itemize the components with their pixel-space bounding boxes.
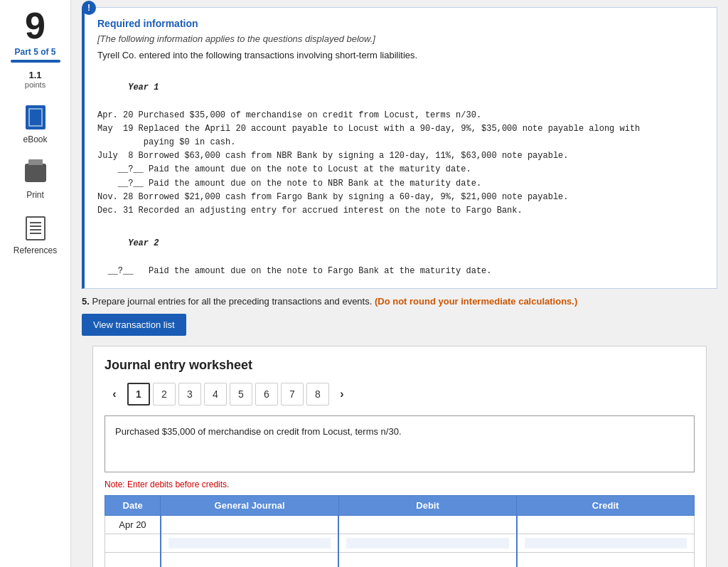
question-number-label: 5. <box>82 296 90 307</box>
note-text: Note: Enter debits before credits. <box>105 479 695 489</box>
info-year2-label: Year 2 <box>97 223 704 265</box>
page-btn-5[interactable]: 5 <box>230 383 252 406</box>
points-value: 1.1 <box>28 70 41 80</box>
points-sublabel: points <box>25 80 46 89</box>
debit-input-2[interactable] <box>338 534 516 552</box>
date-cell-3 <box>105 552 161 567</box>
debit-field-2[interactable] <box>346 538 508 549</box>
sidebar-item-print[interactable]: Print <box>21 159 50 200</box>
ebook-icon-box <box>21 103 50 132</box>
page-btn-3[interactable]: 3 <box>178 383 201 406</box>
journal-field-2[interactable] <box>168 538 331 549</box>
part-label: Part 5 of 5 <box>14 47 55 57</box>
references-label: References <box>14 245 57 255</box>
sidebar-item-ebook[interactable]: eBook <box>21 103 50 144</box>
credit-field-3[interactable] <box>525 556 687 567</box>
page-prev-arrow[interactable]: ‹ <box>105 384 124 404</box>
progress-bar <box>11 60 60 63</box>
journal-input-1[interactable] <box>161 515 338 534</box>
info-title: Required information <box>97 18 704 29</box>
journal-field-3[interactable] <box>168 556 331 567</box>
debit-input-3[interactable] <box>338 552 516 567</box>
page-btn-2[interactable]: 2 <box>153 383 176 406</box>
debit-field-1[interactable] <box>346 519 508 530</box>
sidebar-item-references[interactable]: References <box>14 214 57 255</box>
references-icon <box>26 216 46 240</box>
view-transaction-button[interactable]: View transaction list <box>82 314 186 336</box>
col-header-date: Date <box>105 495 161 515</box>
print-icon <box>25 164 46 182</box>
info-intro: Tyrell Co. entered into the following tr… <box>97 50 704 60</box>
journal-input-3[interactable] <box>161 552 338 567</box>
sidebar: 9 Part 5 of 5 1.1 points eBook Print Ref… <box>0 0 71 567</box>
table-row <box>105 552 695 567</box>
points-label: 1.1 points <box>25 70 46 89</box>
ebook-icon <box>26 105 46 129</box>
page-btn-1[interactable]: 1 <box>127 383 150 406</box>
debit-input-1[interactable] <box>338 515 516 534</box>
pagination: ‹ 1 2 3 4 5 6 7 8 › <box>105 383 695 406</box>
year2-label: Year 2 <box>128 238 159 248</box>
debit-field-3[interactable] <box>346 556 508 567</box>
page-btn-8[interactable]: 8 <box>306 383 329 406</box>
table-row <box>105 534 695 552</box>
print-label: Print <box>26 190 44 200</box>
question-highlight: (Do not round your intermediate calculat… <box>375 296 577 307</box>
journal-worksheet: Journal entry worksheet ‹ 1 2 3 4 5 6 7 … <box>92 346 707 567</box>
credit-field-1[interactable] <box>525 519 687 530</box>
table-row: Apr 20 <box>105 515 695 534</box>
page-btn-4[interactable]: 4 <box>204 383 227 406</box>
col-header-debit: Debit <box>338 495 516 515</box>
question-section: 5. Prepare journal entries for all the p… <box>82 296 717 567</box>
info-year1-body: Apr. 20 Purchased $35,000 of merchandise… <box>97 109 704 218</box>
question-body: Prepare journal entries for all the prec… <box>92 296 372 307</box>
progress-bar-fill <box>11 60 60 63</box>
page-btn-6[interactable]: 6 <box>255 383 278 406</box>
credit-input-1[interactable] <box>517 515 695 534</box>
references-icon-box <box>21 214 50 243</box>
col-header-journal: General Journal <box>161 495 338 515</box>
year1-label: Year 1 <box>128 83 159 92</box>
credit-input-3[interactable] <box>517 552 695 567</box>
journal-table: Date General Journal Debit Credit Apr 20 <box>105 495 695 567</box>
journal-input-2[interactable] <box>161 534 338 552</box>
transaction-description: Purchased $35,000 of merchandise on cred… <box>105 415 695 472</box>
info-badge: ! <box>82 1 96 15</box>
journal-field-1[interactable] <box>168 519 331 530</box>
info-panel: ! Required information [The following in… <box>82 7 717 289</box>
print-icon-box <box>21 159 50 187</box>
question-number: 9 <box>25 7 46 44</box>
credit-field-2[interactable] <box>525 538 687 549</box>
ebook-label: eBook <box>23 134 47 144</box>
page-next-arrow[interactable]: › <box>332 384 352 404</box>
main-content: ! Required information [The following in… <box>71 0 728 567</box>
question-text: 5. Prepare journal entries for all the p… <box>82 296 717 307</box>
date-cell-1: Apr 20 <box>105 515 161 534</box>
col-header-credit: Credit <box>517 495 695 515</box>
credit-input-2[interactable] <box>517 534 695 552</box>
info-year1-label: Year 1 <box>97 68 704 109</box>
date-cell-2 <box>105 534 161 552</box>
info-subtitle: [The following information applies to th… <box>97 33 704 44</box>
page-btn-7[interactable]: 7 <box>281 383 304 406</box>
info-year2-body: __?__ Paid the amount due on the note to… <box>97 265 704 278</box>
worksheet-title: Journal entry worksheet <box>105 358 695 373</box>
